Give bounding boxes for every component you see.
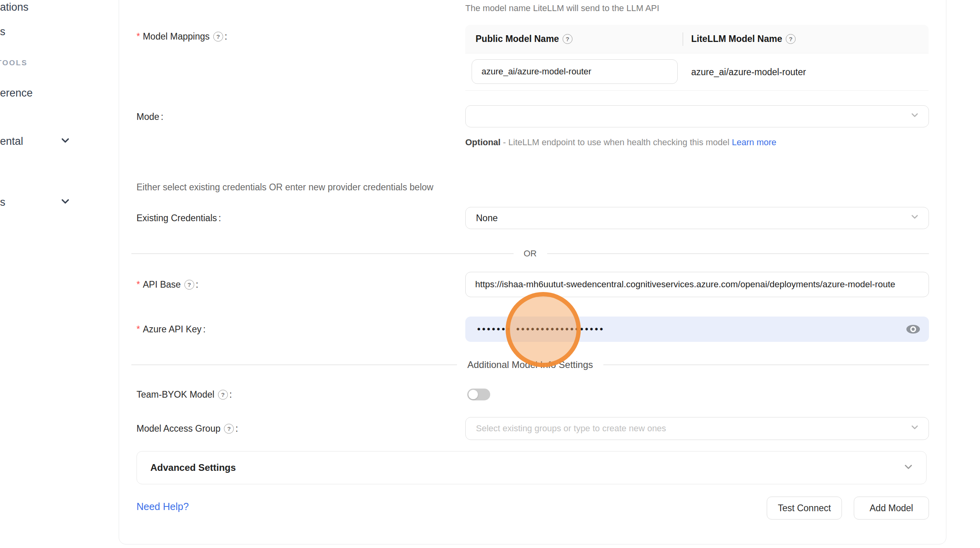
model-mappings-label: * Model Mappings ? : <box>136 28 227 44</box>
public-model-name-input[interactable]: azure_ai/azure-model-router <box>472 59 678 84</box>
sidebar-item-label: ations <box>0 1 28 13</box>
sidebar-item-label: erence <box>0 87 33 99</box>
chevron-down-icon <box>910 110 920 123</box>
public-model-name-header: Public Model Name ? <box>465 25 682 53</box>
eye-icon[interactable] <box>905 323 921 335</box>
additional-settings-divider: Additional Model Info Settings <box>131 359 929 370</box>
advanced-settings-panel[interactable]: Advanced Settings <box>136 451 927 484</box>
mode-select[interactable] <box>465 105 929 127</box>
toggle-knob <box>468 390 478 399</box>
existing-credentials-select[interactable]: None <box>465 207 929 229</box>
model-mappings-table-header: Public Model Name ? LiteLLM Model Name ? <box>465 25 929 53</box>
chevron-down-icon <box>902 461 914 474</box>
model-mappings-table-row: azure_ai/azure-model-router azure_ai/azu… <box>465 53 929 91</box>
help-icon[interactable]: ? <box>786 34 796 44</box>
help-icon[interactable]: ? <box>563 34 572 44</box>
azure-api-key-label: * Azure API Key : <box>136 321 206 337</box>
api-base-input[interactable]: https://ishaa-mh6uutut-swedencentral.cog… <box>465 272 929 297</box>
team-byok-toggle[interactable] <box>467 389 490 400</box>
model-mappings-table: Public Model Name ? LiteLLM Model Name ?… <box>465 25 929 91</box>
sidebar-item-label: s <box>0 26 6 38</box>
chevron-down-icon[interactable] <box>59 135 71 148</box>
model-name-helper-text: The model name LiteLLM will send to the … <box>465 3 659 13</box>
sidebar-item-reference[interactable]: erence <box>0 86 33 100</box>
select-placeholder: Select existing groups or type to create… <box>476 423 666 434</box>
sidebar-item-experimental[interactable]: ental <box>0 134 23 148</box>
advanced-settings-label: Advanced Settings <box>150 462 236 473</box>
required-asterisk: * <box>136 279 140 290</box>
or-divider: OR <box>131 248 929 259</box>
required-asterisk: * <box>136 31 140 42</box>
help-icon[interactable]: ? <box>213 32 223 42</box>
learn-more-link[interactable]: Learn more <box>732 137 777 147</box>
add-model-form-screen: ations s TOOLS erence ental s The model … <box>0 0 980 548</box>
sidebar-item-label: s <box>0 196 6 209</box>
column-separator <box>682 32 683 46</box>
sidebar-section-tools: TOOLS <box>0 59 28 67</box>
chevron-down-icon <box>910 212 920 224</box>
sidebar-item-second[interactable]: s <box>0 25 6 39</box>
need-help-link[interactable]: Need Help? <box>136 501 189 512</box>
sidebar-item-settings[interactable]: s <box>0 195 6 209</box>
help-icon[interactable]: ? <box>224 424 234 434</box>
azure-api-key-input[interactable]: ••••••• •••••••••••••••••• <box>465 317 929 342</box>
team-byok-label: Team-BYOK Model ? : <box>136 387 232 402</box>
sidebar-item-top[interactable]: ations <box>0 0 28 14</box>
add-model-button[interactable]: Add Model <box>854 497 929 520</box>
test-connect-button[interactable]: Test Connect <box>767 497 842 520</box>
chevron-down-icon[interactable] <box>59 195 71 209</box>
chevron-down-icon <box>910 422 920 435</box>
sidebar-item-label: ental <box>0 135 23 148</box>
help-icon[interactable]: ? <box>184 280 194 290</box>
mode-label: Mode : <box>136 109 163 125</box>
credentials-note: Either select existing credentials OR en… <box>136 182 433 193</box>
model-access-group-label: Model Access Group ? : <box>136 421 238 436</box>
required-asterisk: * <box>136 324 140 335</box>
mode-helper-text: Optional - LiteLLM endpoint to use when … <box>465 135 784 150</box>
model-access-group-select[interactable]: Select existing groups or type to create… <box>465 417 929 440</box>
help-icon[interactable]: ? <box>218 390 228 400</box>
api-base-label: * API Base ? : <box>136 277 198 292</box>
litellm-model-name-header: LiteLLM Model Name ? <box>682 25 929 53</box>
existing-credentials-label: Existing Credentials : <box>136 210 221 226</box>
litellm-model-name-value: azure_ai/azure-model-router <box>691 53 806 91</box>
